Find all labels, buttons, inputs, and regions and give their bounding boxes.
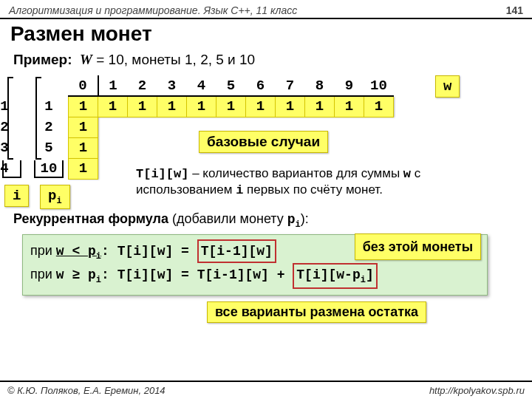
- example-W: W: [80, 52, 92, 67]
- formula-box: без этой монеты при w < pi: T[i][w] = T[…: [22, 234, 488, 296]
- col-6: 6: [246, 75, 276, 96]
- col-4: 4: [187, 75, 216, 96]
- example-rest: = 10, монеты 1, 2, 5 и 10: [92, 52, 255, 67]
- col-3: 3: [157, 75, 187, 96]
- coin-col: 1 2 5 10: [34, 75, 64, 179]
- t-4-0: 1: [69, 158, 98, 179]
- w-label: w: [435, 75, 460, 98]
- col-1: 1: [98, 75, 128, 96]
- example-label: Пример:: [13, 52, 72, 67]
- col-5: 5: [216, 75, 246, 96]
- row-index-col: 1 2 3 4: [0, 75, 19, 179]
- col-2: 2: [128, 75, 157, 96]
- t-1-1: 1: [98, 96, 128, 117]
- t-1-0: 1: [69, 96, 98, 117]
- t-1-9: 1: [335, 96, 364, 117]
- callout-remainder: все варианты размена остатка: [207, 301, 426, 323]
- t-1-8: 1: [305, 96, 335, 117]
- i-label: i: [4, 185, 29, 207]
- rowidx-2: 2: [0, 117, 19, 137]
- t-1-3: 1: [157, 96, 187, 117]
- T-notation: T[i][w]: [136, 167, 188, 181]
- copyright: © К.Ю. Поляков, Е.А. Еремин, 2014: [7, 385, 166, 396]
- example-line: Пример: W = 10, монеты 1, 2, 5 и 10: [0, 52, 532, 72]
- t-1-6: 1: [246, 96, 276, 117]
- formula-line-2: при w ≥ pi: T[i][w] = T[i-1][w] + T[i][w…: [30, 263, 480, 289]
- page-header: Алгоритмизация и программирование. Язык …: [0, 0, 532, 19]
- col-9: 9: [335, 75, 364, 96]
- rowidx-3: 3: [0, 137, 19, 158]
- coin-4: 10: [34, 158, 64, 179]
- t-2-0: 1: [69, 117, 98, 137]
- page-number: 141: [506, 4, 523, 16]
- t-3-0: 1: [69, 137, 98, 158]
- site-url: http://kpolyakov.spb.ru: [429, 385, 525, 396]
- t-1-10: 1: [364, 96, 394, 117]
- explanation-text: T[i][w] – количество вариантов для суммы…: [136, 166, 513, 199]
- subject-line: Алгоритмизация и программирование. Язык …: [9, 4, 297, 16]
- t-1-4: 1: [187, 96, 216, 117]
- dp-grid: 0 1 2 3 4 5 6 7 8 9 10 1 1 1 1 1 1 1 1 1…: [68, 75, 394, 180]
- boxed-t-i-1-w: T[i-1][w]: [197, 239, 276, 264]
- base-cases-label: базовые случаи: [199, 131, 328, 153]
- coin-1: 1: [34, 96, 64, 117]
- col-10: 10: [364, 75, 394, 96]
- callout-without-coin: без этой монеты: [355, 233, 481, 261]
- rowidx-1: 1: [0, 96, 19, 117]
- coin-2: 2: [34, 117, 64, 137]
- coin-3: 5: [34, 137, 64, 158]
- t-1-5: 1: [216, 96, 246, 117]
- slide-title: Размен монет: [0, 19, 532, 52]
- t-1-2: 1: [128, 96, 157, 117]
- t-1-7: 1: [276, 96, 305, 117]
- col-7: 7: [276, 75, 305, 96]
- dp-table-area: 1 2 3 4 1 2 5 10 0 1 2 3 4 5 6 7 8 9 10 …: [40, 75, 532, 194]
- recurrent-bold: Рекуррентная формула: [13, 211, 168, 226]
- rowidx-4: 4: [0, 158, 19, 179]
- col-8: 8: [305, 75, 335, 96]
- p-label: pi: [40, 185, 70, 209]
- boxed-t-i-w-pi: T[i][w-pi]: [293, 263, 377, 289]
- col-0: 0: [69, 75, 98, 96]
- recurrent-heading: Рекуррентная формула (добавили монету pi…: [0, 208, 532, 231]
- page-footer: © К.Ю. Поляков, Е.А. Еремин, 2014 http:/…: [0, 381, 532, 399]
